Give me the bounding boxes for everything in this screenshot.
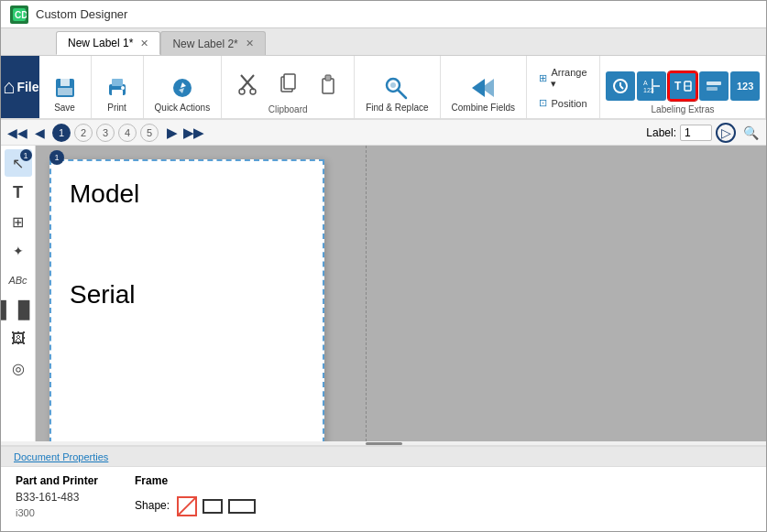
combine-icon xyxy=(468,73,498,103)
svg-text:A: A xyxy=(643,80,648,86)
file-menu-button[interactable]: File xyxy=(16,56,38,118)
tab-label-2: New Label 2* xyxy=(172,38,237,50)
frame-shapes xyxy=(177,496,256,516)
clipboard-label: Clipboard xyxy=(268,104,308,114)
text-tool[interactable]: T xyxy=(5,179,32,206)
ribbon: ⌂ File Save xyxy=(1,56,766,120)
svg-point-8 xyxy=(121,86,125,90)
shape-icon: ◎ xyxy=(12,360,25,377)
rect-shape-option[interactable] xyxy=(203,499,223,514)
label-canvas[interactable]: 1 Model Serial xyxy=(49,159,324,441)
app-icon: CD xyxy=(10,5,28,24)
serial-text[interactable]: Serial xyxy=(70,280,136,309)
bottom-panel-tabs: Document Properties xyxy=(1,447,766,467)
labeling-extras-btn-1[interactable] xyxy=(606,71,635,101)
label-text: Label: xyxy=(646,126,676,139)
copy-icon xyxy=(273,70,302,99)
labeling-extras-btn-2[interactable]: A 123 xyxy=(637,71,666,101)
node-icon: ✦ xyxy=(13,244,24,258)
svg-text:123: 123 xyxy=(737,81,753,92)
selection-indicator: 1 xyxy=(49,150,64,165)
nav-page-1[interactable]: 1 xyxy=(52,124,71,142)
abc-icon: ABc xyxy=(8,275,27,286)
guide-line xyxy=(366,146,367,441)
tab-close-1[interactable]: ✕ xyxy=(140,38,148,49)
print-button[interactable]: Print xyxy=(99,71,136,114)
position-icon: ⊡ xyxy=(539,97,547,109)
svg-rect-3 xyxy=(60,79,70,86)
barcode-tool[interactable]: ▌▐▌ xyxy=(5,296,32,323)
clipboard-cut-button[interactable] xyxy=(229,68,266,101)
find-replace-button[interactable]: Find & Replace xyxy=(362,71,432,114)
wide-rect-shape-option[interactable] xyxy=(228,499,256,514)
abc-tool[interactable]: ABc xyxy=(5,266,32,294)
grid-tool[interactable]: ⊞ xyxy=(5,208,32,235)
nav-page-3[interactable]: 3 xyxy=(96,124,115,142)
quick-actions-icon xyxy=(168,73,197,103)
file-label: File xyxy=(16,80,38,94)
print-group: Print xyxy=(92,56,144,118)
text-icon: T xyxy=(13,183,23,202)
labeling-extras-group: A 123 T xyxy=(600,56,766,118)
label-nav-button[interactable]: ▷ xyxy=(716,123,736,143)
canvas-area[interactable]: 1 Model Serial xyxy=(36,146,766,441)
svg-rect-7 xyxy=(112,90,123,97)
nav-bar: ◀◀ ◀ 1 2 3 4 5 ▶ ▶▶ Label: ▷ 🔍 xyxy=(1,120,766,146)
svg-rect-37 xyxy=(707,81,721,85)
quick-actions-button[interactable]: Quick Actions xyxy=(151,71,214,114)
tab-new-label-1[interactable]: New Label 1* ✕ xyxy=(56,31,160,55)
save-button[interactable]: Save xyxy=(47,71,83,114)
app-title: Custom Designer xyxy=(36,7,127,21)
home-button[interactable]: ⌂ xyxy=(1,56,16,118)
label-input[interactable] xyxy=(680,125,712,141)
title-bar: CD Custom Designer xyxy=(1,1,766,28)
model-text[interactable]: Model xyxy=(70,179,139,209)
clipboard-group: Clipboard xyxy=(222,56,355,118)
barcode-icon: ▌▐▌ xyxy=(0,300,35,320)
nav-page-4[interactable]: 4 xyxy=(118,124,137,142)
combine-fields-button[interactable]: Combine Fields xyxy=(448,71,519,114)
svg-rect-4 xyxy=(58,88,72,95)
tab-bar: New Label 1* ✕ New Label 2* ✕ xyxy=(1,28,766,56)
labeling-extras-btn-5[interactable]: 123 xyxy=(730,71,760,101)
position-label: Position xyxy=(551,98,586,109)
document-properties-tab[interactable]: Document Properties xyxy=(10,451,112,462)
arrange-position-group: ⊞ Arrange ▾ ⊡ Position xyxy=(527,56,600,118)
part-printer-title: Part and Printer xyxy=(16,474,98,487)
labeling-extras-label: Labeling Extras xyxy=(652,104,715,114)
svg-text:T: T xyxy=(674,80,682,92)
combine-fields-group: Combine Fields xyxy=(441,56,527,118)
part-printer-sub: i300 xyxy=(16,507,98,518)
nav-first-button[interactable]: ◀◀ xyxy=(8,124,27,142)
no-shape-option[interactable] xyxy=(177,496,197,516)
nav-next-button[interactable]: ▶ xyxy=(162,124,181,142)
clipboard-copy-button[interactable] xyxy=(269,68,306,101)
position-button[interactable]: ⊡ Position xyxy=(533,95,592,111)
tab-close-2[interactable]: ✕ xyxy=(246,38,254,49)
labeling-extras-btn-3-highlighted[interactable]: T xyxy=(668,71,697,101)
nav-page-5[interactable]: 5 xyxy=(140,124,159,142)
find-replace-group: Find & Replace xyxy=(355,56,440,118)
nav-last-button[interactable]: ▶▶ xyxy=(184,124,203,142)
labeling-extras-btn-4[interactable] xyxy=(699,71,729,101)
image-tool[interactable]: 🖼 xyxy=(5,325,32,353)
part-printer-value: B33-161-483 xyxy=(16,491,98,504)
home-icon: ⌂ xyxy=(3,75,15,99)
nav-page-2[interactable]: 2 xyxy=(74,124,93,142)
select-tool[interactable]: ↖ 1 xyxy=(5,149,32,177)
zoom-button[interactable]: 🔍 xyxy=(743,125,759,140)
node-tool[interactable]: ✦ xyxy=(5,237,32,265)
bottom-panel-content: Part and Printer B33-161-483 i300 Frame … xyxy=(1,467,766,532)
svg-point-9 xyxy=(173,79,192,97)
svg-rect-6 xyxy=(112,79,123,86)
shape-tool[interactable]: ◎ xyxy=(5,354,32,382)
scissors-icon xyxy=(233,70,262,99)
arrange-button[interactable]: ⊞ Arrange ▾ xyxy=(533,65,592,92)
arrange-label: Arrange ▾ xyxy=(551,67,586,90)
nav-prev-button[interactable]: ◀ xyxy=(30,124,49,142)
svg-rect-17 xyxy=(325,75,331,81)
clipboard-paste-button[interactable] xyxy=(310,68,346,101)
save-group: Save xyxy=(39,56,92,118)
tab-new-label-2[interactable]: New Label 2* ✕ xyxy=(160,31,265,55)
svg-rect-15 xyxy=(284,74,295,89)
